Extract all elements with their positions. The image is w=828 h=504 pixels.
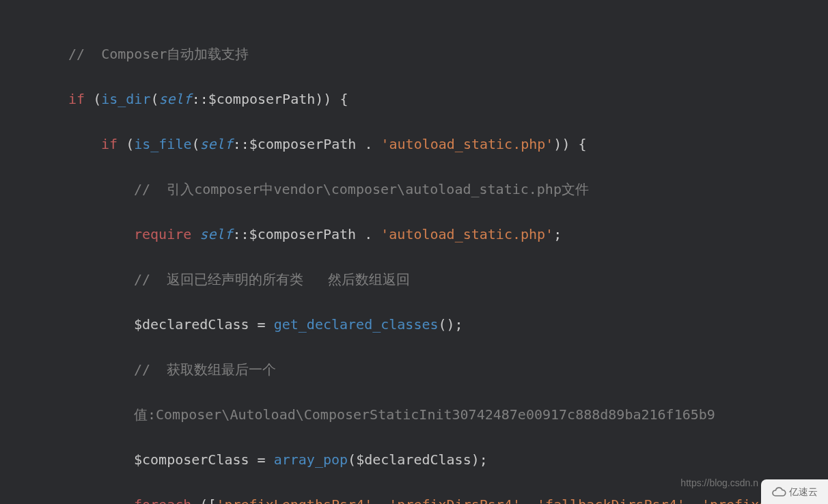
func-get-declared: get_declared_classes xyxy=(274,316,439,333)
keyword-self: self xyxy=(199,226,232,242)
keyword-self: self xyxy=(158,91,191,107)
keyword-foreach: foreach xyxy=(134,496,191,504)
var-declared-class: $declaredClass xyxy=(134,316,249,333)
string-literal: 'autoload_static.php' xyxy=(381,226,553,242)
watermark-text: https://blog.csdn.n xyxy=(680,472,758,494)
string-literal: 'autoload_static.php' xyxy=(381,136,553,152)
comment: // 返回已经声明的所有类 然后数组返回 xyxy=(134,271,410,288)
logo-chip: 亿速云 xyxy=(761,479,828,504)
func-is-dir: is_dir xyxy=(101,91,150,107)
keyword-if: if xyxy=(68,91,85,107)
var-composer-path: $composerPath xyxy=(249,136,357,152)
string-literal: 'prefixDirsPsr4' xyxy=(389,496,521,504)
comment: // 引入composer中vendor\composer\autoload_s… xyxy=(134,181,589,197)
var-declared-class: $declaredClass xyxy=(356,451,471,468)
keyword-if: if xyxy=(101,136,118,152)
string-literal: 'prefixLengthsPsr4' xyxy=(216,496,372,504)
keyword-self: self xyxy=(200,136,233,152)
cloud-icon xyxy=(771,486,786,497)
var-composer-path: $composerPath xyxy=(249,226,357,242)
comment: 值:Composer\Autoload\ComposerStaticInit30… xyxy=(134,406,715,423)
comment: // Composer自动加载支持 xyxy=(68,46,249,62)
string-literal: 'fallbackDirsPsr4' xyxy=(537,496,685,504)
keyword-require: require xyxy=(134,226,191,242)
comment: // 获取数组最后一个 xyxy=(134,361,276,378)
var-composer-class: $composerClass xyxy=(134,451,249,468)
code-editor: // Composer自动加载支持 if (is_dir(self::$comp… xyxy=(0,0,828,504)
logo-text: 亿速云 xyxy=(789,481,818,503)
func-array-pop: array_pop xyxy=(274,451,348,468)
var-composer-path: $composerPath xyxy=(208,91,316,107)
func-is-file: is_file xyxy=(134,136,191,152)
